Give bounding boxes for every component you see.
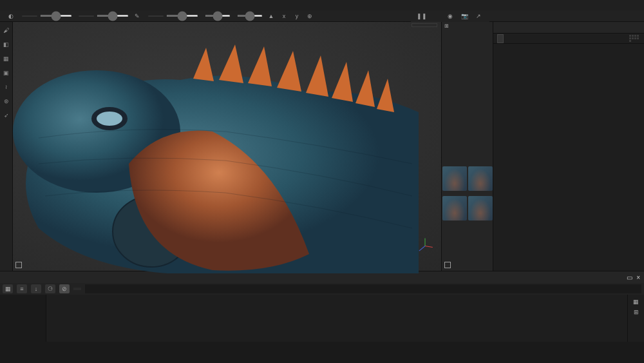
small-view-icon[interactable]: ⊞ [634, 309, 639, 315]
mask-icon [444, 262, 451, 268]
brush-toolbar: ◐ ✎ ▲ x y ⊕ [0, 10, 644, 22]
shelf-close-icon[interactable]: × [636, 274, 640, 281]
iris-label[interactable] [431, 12, 440, 21]
grid-view-icon[interactable]: ▦ [633, 299, 639, 305]
shelf-view-icons: ▦ ⊞ [627, 295, 644, 342]
spacing-slider[interactable] [205, 15, 231, 17]
panel-tabs [493, 22, 644, 34]
mask-indicator-2d [444, 262, 453, 268]
flow-value[interactable] [79, 15, 94, 17]
size-value[interactable] [22, 15, 37, 17]
uv-thumb[interactable] [468, 166, 493, 191]
axis-gizmo[interactable] [415, 236, 435, 255]
right-panel [493, 22, 644, 271]
lazy-mouse-icon[interactable]: ⊕ [305, 12, 314, 21]
shelf-undock-icon[interactable]: ▭ [627, 274, 632, 281]
shelf-items[interactable] [46, 295, 627, 342]
paint-tool-icon[interactable]: 🖌 [2, 26, 11, 35]
brush-picker-icon[interactable]: ◐ [6, 12, 15, 21]
grid-icon[interactable]: ⊞ [444, 23, 449, 29]
mirror-x-icon[interactable]: x [279, 12, 289, 21]
channel-row [493, 34, 644, 44]
uv-thumb[interactable] [468, 196, 493, 221]
distance-slider[interactable] [237, 15, 263, 17]
opacity-value[interactable] [148, 15, 164, 17]
shelf-import-icon[interactable]: ↓ [31, 284, 41, 293]
shelf-search-input[interactable] [85, 284, 641, 293]
pen-pressure-icon[interactable]: ✎ [133, 12, 142, 21]
menu-bar [0, 0, 644, 10]
symmetry-icon[interactable]: ▲ [267, 12, 276, 21]
shelf-filter-icon[interactable]: ⚆ [45, 284, 55, 293]
layers-panel[interactable] [493, 44, 644, 271]
mask-indicator-3d [15, 262, 24, 268]
shelf-tag-icon[interactable]: ⊘ [59, 284, 70, 293]
shelf-categories [0, 295, 46, 342]
status-bar [636, 360, 644, 363]
viewport-3d[interactable] [13, 22, 441, 271]
viewport-container: ⊞ [13, 22, 493, 271]
model-preview [0, 35, 419, 273]
render-icon[interactable]: ◉ [446, 12, 455, 21]
shelf-toolbar: ▦ ≡ ↓ ⚆ ⊘ [0, 283, 644, 295]
uv-thumb[interactable] [442, 166, 467, 191]
main-area: 🖌 ◧ ▦ ▣ ≀ ⊛ ➶ [0, 22, 644, 271]
shelf-panel: ▭ × ▦ ≡ ↓ ⚆ ⊘ ▦ ⊞ [0, 271, 644, 342]
size-slider[interactable] [40, 15, 72, 17]
viewport-2d[interactable]: ⊞ [441, 22, 493, 271]
material-dropdown[interactable] [412, 23, 437, 27]
shelf-active-tab[interactable] [73, 288, 81, 290]
mirror-y-icon[interactable]: y [292, 12, 301, 21]
flow-slider[interactable] [97, 15, 129, 17]
opacity-slider[interactable] [166, 15, 198, 17]
svg-point-2 [97, 112, 122, 126]
uv-thumb[interactable] [442, 196, 467, 221]
export-icon[interactable]: ↗ [474, 12, 483, 21]
mask-icon [15, 262, 22, 268]
camera-icon[interactable]: 📷 [460, 12, 469, 21]
header-right-controls: ❚❚ ◉ 📷 ↗ [411, 10, 489, 22]
shelf-grid-icon[interactable]: ▦ [3, 284, 13, 293]
shelf-list-icon[interactable]: ≡ [17, 284, 27, 293]
channel-select[interactable] [497, 34, 504, 43]
pause-icon[interactable]: ❚❚ [417, 12, 426, 21]
